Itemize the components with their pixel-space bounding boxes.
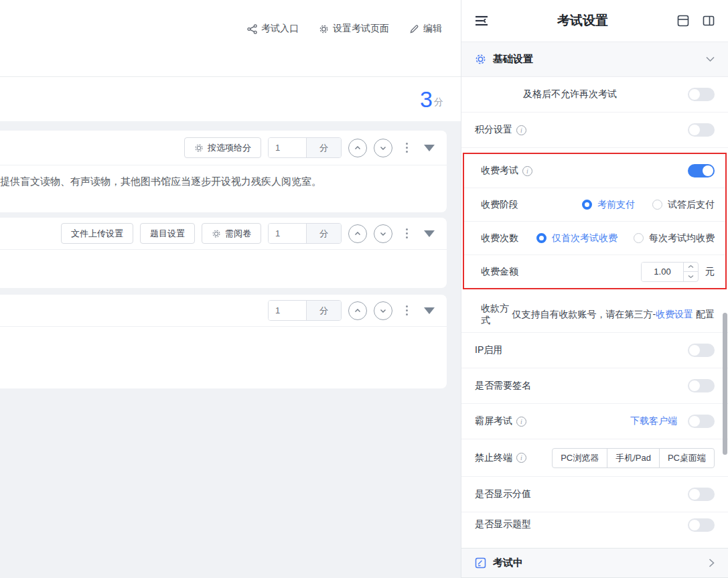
total-score-value: 3 [420,86,433,113]
radio-unselected-icon [652,200,662,210]
points-label: 积分设置 i [475,124,526,136]
lockscreen-toggle[interactable] [688,415,715,428]
move-up-button[interactable] [348,301,367,320]
gear-icon [475,54,486,65]
doc-edit-icon [475,557,486,569]
file-upload-settings-label: 文件上传设置 [71,228,123,240]
fee-settings-link[interactable]: 收费设置 [656,309,693,319]
setting-row-points: 积分设置 i [461,113,728,148]
paid-exam-toggle[interactable] [688,164,715,177]
terminal-pc-browser-button[interactable]: PC浏览器 [552,448,607,468]
show-score-toggle[interactable] [688,488,715,501]
move-down-button[interactable] [374,301,392,320]
question-3-score-input-group: 1 分 [268,300,342,321]
more-actions-button[interactable] [402,140,412,155]
setting-row-lockscreen: 霸屏考试 i 下载客户端 [461,404,728,439]
question-2-score-unit: 分 [306,224,341,243]
setting-row-fee-stage: 收费阶段 考前支付 试答后支付 [464,188,725,221]
more-actions-button[interactable] [402,226,412,241]
retake-toggle[interactable] [688,88,715,101]
radio-every-exam[interactable]: 每次考试均收费 [634,232,715,244]
retake-label: 及格后不允许再次考试 [475,88,617,100]
question-2-score-input-group: 1 分 [268,223,342,244]
pay-before-label: 考前支付 [597,199,635,211]
question-3-score-input[interactable]: 1 [269,301,306,320]
radio-pay-before-exam[interactable]: 考前支付 [582,199,635,211]
section-basic-settings[interactable]: 基础设置 [461,42,728,77]
move-down-button[interactable] [374,224,392,243]
lockscreen-label-text: 霸屏考试 [475,415,512,427]
radio-unselected-icon [634,233,644,243]
info-icon[interactable]: i [516,453,526,463]
question-3-toolbar: 1 分 [0,295,447,327]
move-down-button[interactable] [374,139,392,157]
review-needed-button[interactable]: 需阅卷 [202,223,261,244]
points-label-text: 积分设置 [475,124,512,136]
setting-row-retake: 及格后不允许再次考试 [461,77,728,113]
question-1-score-input[interactable]: 1 [269,138,306,157]
fee-amount-input[interactable] [642,263,683,281]
setting-row-signature: 是否需要签名 [461,368,728,404]
terminal-pc-desktop-button[interactable]: PC桌面端 [659,448,715,468]
more-actions-button[interactable] [402,303,412,318]
section-during-exam[interactable]: 考试中 [461,548,728,578]
question-2-toolbar: 文件上传设置 题目设置 需阅卷 1 分 [0,218,447,250]
ip-toggle[interactable] [688,344,715,357]
score-by-option-label: 按选项给分 [208,142,251,154]
terminal-mobile-pad-button[interactable]: 手机/Pad [607,448,660,468]
file-upload-settings-button[interactable]: 文件上传设置 [61,223,133,244]
info-icon[interactable]: i [522,166,532,176]
exam-settings-panel: 考试设置 基础设置 及格后不允许再次考试 积分设置 i 收费考试 i 收费 [461,0,728,578]
page-setup-button[interactable]: 设置考试页面 [319,23,389,35]
move-up-button[interactable] [348,139,367,157]
points-toggle[interactable] [688,123,715,137]
exam-entry-button[interactable]: 考试入口 [247,23,299,35]
question-2-score-input[interactable]: 1 [269,224,306,243]
paid-exam-label-text: 收费考试 [481,165,518,177]
question-settings-button[interactable]: 题目设置 [140,223,195,244]
stepper-up-button[interactable] [684,263,698,272]
paid-exam-highlight-box: 收费考试 i 收费阶段 考前支付 试答后支付 收费次数 [463,153,727,289]
download-client-link[interactable]: 下载客户端 [630,415,677,427]
gear-icon [194,143,204,153]
setting-row-terminal: 禁止终端 i PC浏览器 手机/Pad PC桌面端 [461,439,728,477]
header-actions [677,15,715,27]
pay-after-label: 试答后支付 [668,199,715,211]
edit-button[interactable]: 编辑 [409,23,442,35]
move-up-button[interactable] [348,224,367,243]
question-1-score-unit: 分 [306,138,341,157]
save-icon[interactable] [677,15,689,27]
collapse-question-button[interactable] [424,230,435,237]
setting-row-fee-amount: 收费金额 元 [464,255,725,288]
radio-first-exam-only[interactable]: 仅首次考试收费 [536,232,617,244]
show-type-label: 是否显示题型 [475,518,531,530]
setting-row-show-score: 是否显示分值 [461,477,728,512]
stepper-down-button[interactable] [684,271,698,281]
setting-row-ip: IP启用 [461,333,728,368]
radio-selected-icon [536,233,547,243]
collapse-question-button[interactable] [424,145,435,151]
collapse-question-button[interactable] [424,307,435,314]
scrollbar-thumb[interactable] [723,313,727,455]
terminal-label: 禁止终端 i [475,452,526,464]
info-icon[interactable]: i [516,417,526,427]
layout-icon[interactable] [703,15,715,27]
question-settings-label: 题目设置 [150,228,185,240]
show-type-toggle[interactable] [688,518,715,532]
fee-amount-stepper [683,263,698,281]
account-note-suffix: 配置 [696,309,715,319]
show-score-label: 是否显示分值 [475,488,531,500]
score-by-option-button[interactable]: 按选项给分 [184,137,261,158]
question-card-2: 文件上传设置 题目设置 需阅卷 1 分 [0,218,447,288]
setting-row-account: 收款方式 仅支持自有收款账号，请在第三方-收费设置 配置 [461,297,728,333]
page-setup-label: 设置考试页面 [333,23,389,35]
collapse-panel-icon[interactable] [475,15,488,27]
info-icon[interactable]: i [516,125,526,135]
ip-label: IP启用 [475,344,502,356]
settings-title: 考试设置 [488,12,677,29]
review-needed-label: 需阅卷 [225,228,251,240]
signature-toggle[interactable] [688,379,715,392]
question-1-score-input-group: 1 分 [268,137,342,158]
radio-pay-after-trial[interactable]: 试答后支付 [652,199,715,211]
during-exam-label: 考试中 [493,557,702,569]
